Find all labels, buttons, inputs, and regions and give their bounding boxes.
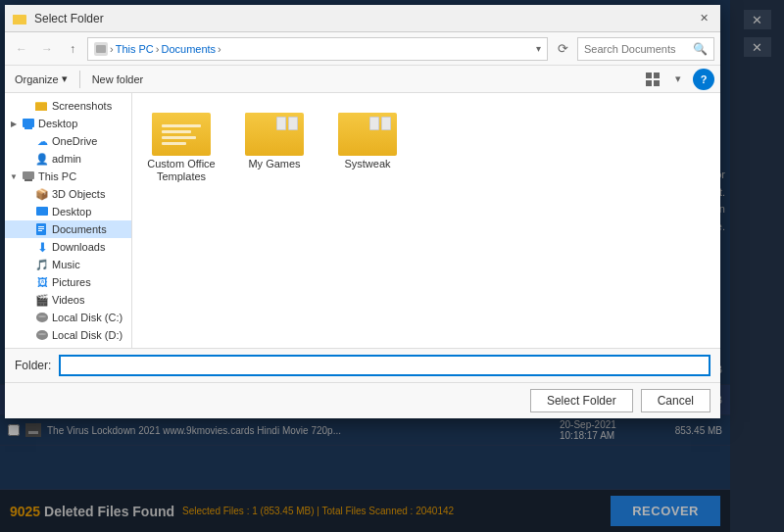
dialog-title-text: Select Folder	[34, 12, 695, 25]
sidebar-item-pictures[interactable]: 🖼 Pictures	[5, 273, 131, 291]
localc-icon	[34, 311, 50, 324]
organize-label: Organize	[15, 73, 59, 85]
folder-label-my-games: My Games	[248, 158, 300, 170]
side-close-btn-2[interactable]: ✕	[744, 37, 771, 57]
desktop-label: Desktop	[52, 206, 91, 218]
nav-forward-button[interactable]: →	[36, 38, 58, 60]
dialog-titlebar: Select Folder ✕	[5, 5, 720, 32]
sidebar-item-documents[interactable]: Documents	[5, 220, 131, 238]
help-button[interactable]: ?	[693, 69, 714, 90]
music-label: Music	[52, 259, 80, 270]
toolbar-separator	[79, 71, 80, 88]
files-panel: Custom Office Templates My Games	[132, 93, 720, 348]
downloads-icon: ⬇	[34, 240, 50, 254]
pictures-icon: 🖼	[34, 275, 50, 289]
folder-icon-custom-office	[152, 107, 211, 156]
documents-label: Documents	[52, 223, 107, 235]
svg-rect-19	[38, 230, 42, 231]
folder-item-my-games[interactable]: My Games	[235, 103, 314, 187]
folder-label-custom-office: Custom Office Templates	[146, 158, 217, 183]
cancel-button[interactable]: Cancel	[641, 389, 710, 412]
screenshots-label: Screenshots	[52, 100, 112, 112]
svg-marker-2	[13, 16, 26, 24]
folder-item-custom-office[interactable]: Custom Office Templates	[142, 103, 220, 187]
thispc-icon	[21, 169, 36, 183]
refresh-button[interactable]: ⟳	[552, 38, 573, 60]
localc-label: Local Disk (C:)	[52, 312, 122, 323]
3dobjects-label: 3D Objects	[52, 188, 105, 200]
sidebar: Screenshots ▶ Desktop ☁ OneDrive	[5, 93, 132, 348]
sidebar-item-desktop[interactable]: Desktop	[5, 203, 131, 220]
select-folder-button[interactable]: Select Folder	[530, 389, 633, 412]
music-icon: 🎵	[34, 258, 50, 271]
organize-arrow: ▾	[62, 73, 68, 85]
videos-label: Videos	[52, 294, 84, 306]
nav-back-button[interactable]: ←	[11, 38, 32, 60]
path-sep-2: ›	[218, 43, 221, 55]
svg-rect-7	[646, 80, 652, 86]
new-folder-button[interactable]: New folder	[88, 72, 148, 87]
sidebar-item-3dobjects[interactable]: 📦 3D Objects	[5, 185, 131, 203]
screenshots-icon	[34, 99, 50, 113]
folder-input[interactable]	[59, 355, 710, 376]
svg-rect-11	[23, 119, 34, 127]
search-input[interactable]	[584, 43, 689, 55]
path-documents[interactable]: Documents	[161, 43, 216, 55]
sidebar-item-thispc[interactable]: ▼ This PC	[5, 168, 131, 185]
dialog-close-button[interactable]: ✕	[695, 10, 712, 27]
path-dropdown-arrow[interactable]: ▾	[536, 43, 541, 54]
toolbar-right: ▾ ?	[642, 69, 714, 90]
search-icon: 🔍	[693, 42, 708, 56]
onedrive-label: OneDrive	[52, 135, 97, 147]
side-close-btn-1[interactable]: ✕	[744, 10, 771, 29]
svg-point-23	[38, 333, 46, 335]
sidebar-item-localc[interactable]: Local Disk (C:)	[5, 309, 131, 326]
svg-rect-17	[38, 226, 44, 227]
view-icon-button-1[interactable]	[642, 69, 663, 90]
svg-rect-8	[654, 80, 660, 86]
select-folder-dialog: Select Folder ✕ ← → ↑ › This PC › Docume…	[5, 5, 720, 418]
svg-rect-5	[646, 73, 652, 78]
sidebar-item-desktop-root[interactable]: ▶ Desktop	[5, 115, 131, 132]
locald-label: Local Disk (D:)	[52, 329, 122, 341]
sidebar-item-admin[interactable]: 👤 admin	[5, 150, 131, 168]
3dobjects-icon: 📦	[34, 187, 50, 201]
path-thispc[interactable]: This PC	[116, 43, 154, 55]
folder-item-systweak[interactable]: Systweak	[328, 103, 407, 187]
svg-rect-4	[96, 45, 106, 53]
desktop-root-icon	[21, 117, 36, 130]
folder-icon-my-games	[245, 107, 304, 156]
downloads-label: Downloads	[52, 241, 105, 253]
view-dropdown-button[interactable]: ▾	[667, 69, 689, 90]
svg-rect-6	[654, 73, 660, 78]
pictures-label: Pictures	[52, 276, 91, 288]
documents-icon	[34, 222, 50, 236]
address-bar: ← → ↑ › This PC › Documents › ▾ ⟳ 🔍	[5, 32, 720, 66]
sidebar-item-downloads[interactable]: ⬇ Downloads	[5, 238, 131, 256]
nav-up-button[interactable]: ↑	[62, 38, 83, 60]
admin-icon: 👤	[34, 152, 50, 166]
svg-marker-10	[35, 103, 47, 111]
sidebar-item-videos[interactable]: 🎬 Videos	[5, 291, 131, 309]
svg-rect-14	[24, 179, 32, 181]
content-area: Screenshots ▶ Desktop ☁ OneDrive	[5, 93, 720, 348]
path-sep-1: ›	[156, 43, 160, 55]
locald-icon	[34, 328, 50, 342]
desktop-root-label: Desktop	[38, 118, 77, 129]
sidebar-item-music[interactable]: 🎵 Music	[5, 256, 131, 273]
dialog-title-icon	[13, 11, 28, 26]
svg-rect-12	[24, 127, 32, 129]
organize-button[interactable]: Organize ▾	[11, 71, 72, 87]
svg-rect-18	[38, 228, 44, 229]
sidebar-item-onedrive[interactable]: ☁ OneDrive	[5, 132, 131, 150]
search-box[interactable]: 🔍	[577, 37, 714, 61]
folder-input-row: Folder:	[5, 348, 720, 382]
sidebar-item-screenshots[interactable]: Screenshots	[5, 97, 131, 115]
desktop-icon	[34, 205, 50, 218]
svg-rect-15	[36, 207, 48, 216]
onedrive-icon: ☁	[34, 134, 50, 148]
svg-rect-13	[23, 171, 34, 179]
folder-input-label: Folder:	[15, 359, 51, 372]
sidebar-item-locald[interactable]: Local Disk (D:)	[5, 326, 131, 344]
address-path[interactable]: › This PC › Documents › ▾	[87, 37, 548, 61]
